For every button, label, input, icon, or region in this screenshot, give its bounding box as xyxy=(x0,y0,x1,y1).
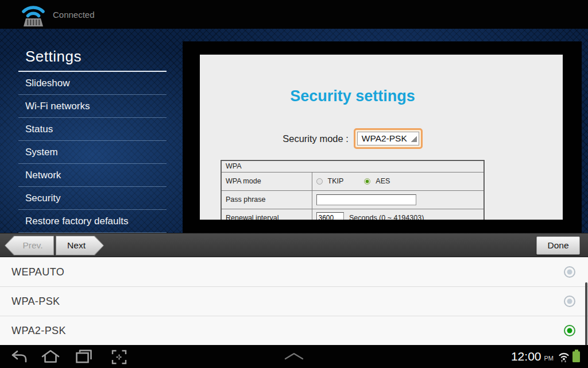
pass-phrase-label: Pass phrase xyxy=(221,190,312,209)
security-mode-focus-ring: WPA2-PSK xyxy=(354,128,423,149)
home-icon[interactable] xyxy=(41,350,60,363)
sidebar-item-wifi-networks[interactable]: Wi-Fi networks xyxy=(18,95,167,118)
dropdown-arrow-icon xyxy=(410,135,417,142)
sidebar-item-slideshow[interactable]: Slideshow xyxy=(18,72,167,95)
security-mode-row: Security mode : WPA2-PSK xyxy=(220,128,485,149)
done-button-label: Done xyxy=(547,240,568,251)
next-button[interactable]: Next xyxy=(56,236,104,255)
webview-frame: Security settings Security mode : WPA2-P… xyxy=(183,41,582,233)
wepauto-radio[interactable] xyxy=(564,266,575,278)
list-scrollbar[interactable] xyxy=(585,282,587,346)
wpa-settings-table: WPA WPA mode TKIP AES xyxy=(220,160,485,220)
wpa-table-header: WPA xyxy=(221,160,484,172)
wpa-psk-radio[interactable] xyxy=(564,296,575,307)
sidebar-title: Settings xyxy=(25,48,183,66)
option-label: WPA-PSK xyxy=(11,296,60,308)
tablet-screen: Connected Settings Slideshow Wi-Fi netwo… xyxy=(0,0,588,368)
renewal-interval-range: Seconds (0 ~ 4194303) xyxy=(349,214,424,220)
prev-button[interactable]: Prev. xyxy=(5,236,54,255)
sidebar-item-system[interactable]: System xyxy=(18,141,167,164)
sidebar-item-restore-factory-defaults[interactable]: Restore factory defaults xyxy=(18,210,167,233)
wpa-mode-options: TKIP AES xyxy=(316,177,484,185)
wifi-status-icon xyxy=(558,351,570,363)
option-wpa-psk[interactable]: WPA-PSK xyxy=(0,287,588,316)
option-label: WPA2-PSK xyxy=(11,325,66,337)
top-status-bar: Connected xyxy=(0,0,588,29)
sidebar-item-status[interactable]: Status xyxy=(18,118,167,141)
clock: 12:00 xyxy=(511,350,541,363)
status-cluster: 12:00 PM xyxy=(511,345,580,368)
prev-button-label: Prev. xyxy=(5,236,54,255)
wifi-dock-connected-icon xyxy=(17,2,49,28)
option-wpa2-psk[interactable]: WPA2-PSK xyxy=(0,316,588,346)
security-settings-page: Security settings Security mode : WPA2-P… xyxy=(200,55,563,220)
option-label: WEPAUTO xyxy=(11,266,64,278)
screen-capture-icon[interactable] xyxy=(111,350,127,365)
clock-meridiem: PM xyxy=(544,355,554,362)
page-title: Security settings xyxy=(220,87,485,105)
aes-radio[interactable] xyxy=(364,178,370,185)
sidebar-item-security[interactable]: Security xyxy=(18,187,167,210)
security-mode-value: WPA2-PSK xyxy=(362,133,407,144)
expand-chevron-icon[interactable] xyxy=(284,352,304,360)
wpa2-psk-radio[interactable] xyxy=(564,325,575,336)
connection-status-label: Connected xyxy=(53,10,95,20)
tkip-radio[interactable] xyxy=(316,178,323,185)
renewal-interval-label: Renewal interval xyxy=(221,209,312,220)
sidebar-menu: Slideshow Wi-Fi networks Status System N… xyxy=(18,72,167,233)
back-icon[interactable] xyxy=(10,350,28,363)
done-button[interactable]: Done xyxy=(536,236,580,255)
option-wepauto[interactable]: WEPAUTO xyxy=(0,258,588,287)
wizard-toolbar: Prev. Next Done xyxy=(0,233,588,257)
security-mode-label: Security mode : xyxy=(283,133,349,144)
aes-label: AES xyxy=(376,177,390,185)
sidebar-item-network[interactable]: Network xyxy=(18,164,167,187)
battery-icon xyxy=(572,351,580,362)
next-button-label: Next xyxy=(56,236,104,255)
security-mode-options-list: WEPAUTO WPA-PSK WPA2-PSK xyxy=(0,257,588,345)
security-mode-dropdown[interactable]: WPA2-PSK xyxy=(357,132,419,145)
pass-phrase-input[interactable] xyxy=(316,194,416,205)
settings-sidebar: Settings Slideshow Wi-Fi networks Status… xyxy=(0,29,183,236)
wpa-mode-label: WPA mode xyxy=(221,172,312,190)
android-nav-bar: 12:00 PM xyxy=(0,345,588,368)
recent-apps-icon[interactable] xyxy=(76,350,92,363)
renewal-interval-input[interactable] xyxy=(316,212,344,220)
tkip-label: TKIP xyxy=(328,177,344,185)
